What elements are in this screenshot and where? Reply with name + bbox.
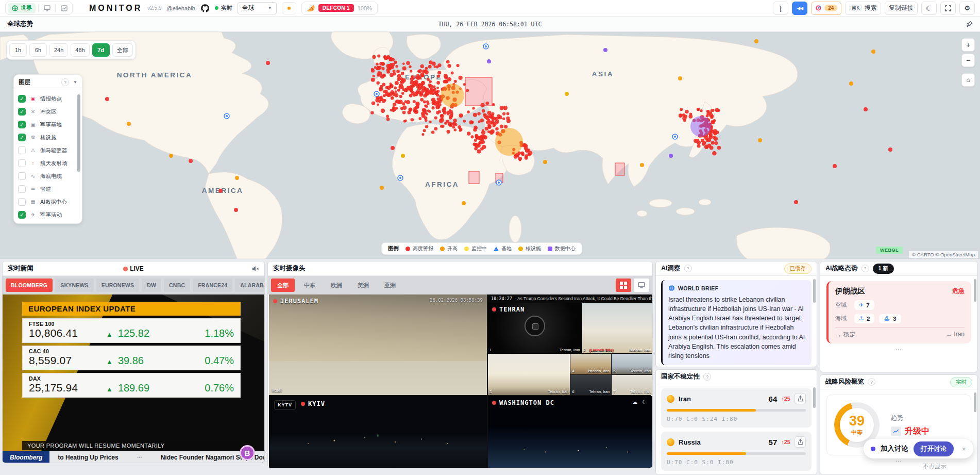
settings-button[interactable]: ⚙	[959, 2, 975, 15]
copy-link-button[interactable]: 复制链接	[885, 2, 918, 15]
subcam-3[interactable]: 3Tehran, Iran	[488, 354, 570, 395]
camera-jerusalem[interactable]: JERUSALEM 26.02.2026 08:58:39 kotel	[269, 294, 487, 395]
time-filter-1h[interactable]: 1h	[9, 43, 27, 57]
github-icon[interactable]	[200, 4, 210, 13]
world-map[interactable]: NORTH AMERICAAMERICAEUROPEASIAAFRICA 1h …	[0, 32, 980, 259]
rocket-icon: ↑	[29, 160, 37, 166]
tab-world[interactable]: 世界	[8, 3, 36, 13]
dark-mode-button[interactable]: ☾	[921, 2, 937, 15]
world-brief-card[interactable]: WORLD BRIEF Israel threatens to strike L…	[661, 280, 812, 365]
checkbox[interactable]: ✓	[18, 211, 26, 219]
news-video-player[interactable]: EUROPEAN INDEX UPDATE FTSE 100 10,806.41…	[3, 294, 264, 463]
time-filter-all[interactable]: 全部	[112, 43, 133, 57]
layer-item-military-activity[interactable]: ✓ ✈ 军事活动	[18, 208, 81, 221]
camera-tehran-multiview[interactable]: 10:24:27 As Trump Considers Second Iran …	[488, 294, 652, 395]
fullscreen-button[interactable]	[940, 2, 956, 15]
subcam-6[interactable]: 6Tehran, Iran	[570, 375, 611, 395]
open-discussion-button[interactable]: 打开讨论	[914, 441, 954, 456]
channel-tab-cnbc[interactable]: CNBC	[164, 279, 190, 292]
layer-item-conflict-zones[interactable]: ✓ ✕ 冲突区	[18, 105, 81, 118]
time-filter-48h[interactable]: 48h	[71, 43, 89, 57]
screens-view-button[interactable]	[41, 3, 53, 13]
checkbox[interactable]	[18, 172, 26, 180]
region-select[interactable]: 全球 ▼	[238, 2, 277, 14]
help-icon[interactable]: ?	[703, 373, 711, 381]
targets-button[interactable]: 24	[811, 2, 841, 15]
channel-tab-dw[interactable]: DW	[142, 279, 161, 292]
mute-button[interactable]	[252, 266, 259, 272]
scrollbar[interactable]	[813, 387, 816, 408]
author-handle[interactable]: @eliehabib	[167, 5, 195, 11]
zoom-out-button[interactable]: −	[961, 54, 975, 67]
subcam-5[interactable]: 5Tehran, Iran	[612, 354, 652, 374]
pin-button[interactable]	[966, 21, 973, 27]
scrollbar[interactable]	[974, 279, 976, 302]
checkbox[interactable]	[18, 146, 26, 154]
scrollbar[interactable]	[974, 392, 976, 412]
share-button[interactable]	[795, 436, 806, 448]
more-indicator[interactable]: ⋯	[820, 457, 977, 465]
camera-filter-all[interactable]: 全部	[271, 279, 295, 292]
theater-link[interactable]: → Iran	[946, 331, 965, 339]
camera-filter-asia[interactable]: 亚洲	[378, 279, 402, 292]
more-indicator[interactable]: ⋯	[820, 346, 977, 353]
markets-view-button[interactable]	[58, 3, 70, 13]
camera-filter-americas[interactable]: 美洲	[351, 279, 375, 292]
camera-kyiv[interactable]: KYTV KYIV	[269, 396, 487, 468]
checkbox[interactable]	[18, 185, 26, 193]
scrollbar[interactable]	[813, 279, 816, 303]
layer-item-military-bases[interactable]: ✓ ▣ 军事基地	[18, 118, 81, 131]
grid-view-button[interactable]	[616, 279, 631, 292]
single-view-button[interactable]	[634, 279, 649, 292]
chevron-down-icon[interactable]: ▼	[73, 80, 77, 85]
share-button[interactable]	[795, 393, 806, 404]
layer-item-gamma[interactable]: ⚠ 伽马辐照器	[18, 144, 81, 157]
layer-item-pipelines[interactable]: ═ 管道	[18, 183, 81, 195]
map-attribution[interactable]: © CARTO © OpenStreetMap	[909, 251, 978, 258]
help-icon[interactable]: ?	[868, 378, 875, 386]
layer-item-ai-datacenters[interactable]: ▦ AI数据中心	[18, 195, 81, 208]
defcon-widget[interactable]: DEFCON 1 100%	[301, 2, 378, 15]
country-card-russia[interactable]: Russia 57 ↑25 U:70 C:0 S:0 I:80	[661, 432, 812, 471]
layers-scrollbar[interactable]	[77, 94, 80, 172]
channel-tab-skynews[interactable]: SKYNEWS	[55, 279, 94, 292]
iran-theater-card[interactable]: 伊朗战区 危急 空域 ✈7 海域 ⚓2 3 → 稳定 → Iran	[826, 281, 971, 343]
dismiss-link[interactable]: 不再显示	[923, 463, 947, 470]
channel-tab-alarabiya[interactable]: ALARABIYA	[235, 279, 265, 292]
channel-tab-bloomberg[interactable]: BLOOMBERG	[6, 279, 53, 292]
layer-item-nuclear[interactable]: ✓ ☢ 核设施	[18, 131, 81, 144]
checkbox[interactable]: ✓	[18, 121, 26, 128]
checkbox[interactable]: ✓	[18, 108, 26, 116]
camera-filter-mideast[interactable]: 中东	[298, 279, 322, 292]
layer-item-spaceports[interactable]: ↑ 航天发射场	[18, 157, 81, 170]
channel-tab-euronews[interactable]: EURONEWS	[96, 279, 139, 292]
sidebar-toggle-button[interactable]: |	[773, 2, 788, 15]
help-icon[interactable]: ?	[684, 265, 692, 272]
country-card-iran[interactable]: Iran 64 ↑25 U:70 C:0 S:24 I:80	[661, 388, 812, 428]
status-dot-button[interactable]	[282, 2, 296, 14]
layer-item-submarine-cables[interactable]: ∿ 海底电缆	[18, 170, 81, 183]
subcam-4[interactable]: 4Isfahan, Iran	[570, 354, 611, 374]
subcam-2[interactable]: 2 (Launch Site) Isfahan, Iran	[582, 303, 652, 353]
layer-item-hotspots[interactable]: ✓ ◉ 情报热点	[18, 92, 81, 105]
search-button[interactable]: ⌘K 搜索	[845, 2, 881, 15]
layers-header[interactable]: 图层 ? ▼	[14, 75, 82, 90]
checkbox[interactable]: ✓	[18, 134, 26, 141]
subcam-7[interactable]: 7Tehran, Iran	[612, 375, 652, 395]
camera-filter-europe[interactable]: 欧洲	[325, 279, 348, 292]
time-filter-7d[interactable]: 7d	[92, 43, 110, 57]
time-filter-6h[interactable]: 6h	[29, 43, 47, 57]
replay-button[interactable]: ◀◀	[792, 2, 807, 15]
help-icon[interactable]: ?	[61, 78, 69, 86]
camera-washington[interactable]: WASHINGTON DC ☁ ☾	[488, 396, 652, 468]
channel-tab-france24[interactable]: FRANCE24	[193, 279, 232, 292]
close-icon[interactable]: ×	[959, 445, 969, 453]
checkbox[interactable]	[18, 198, 26, 206]
home-button[interactable]: ⌂	[961, 73, 975, 87]
map-canvas[interactable]: NORTH AMERICAAMERICAEUROPEASIAAFRICA	[0, 32, 980, 259]
time-filter-24h[interactable]: 24h	[49, 43, 68, 57]
zoom-in-button[interactable]: +	[961, 38, 975, 52]
checkbox[interactable]	[18, 159, 26, 167]
checkbox[interactable]: ✓	[18, 95, 26, 103]
help-icon[interactable]: ?	[861, 265, 869, 272]
